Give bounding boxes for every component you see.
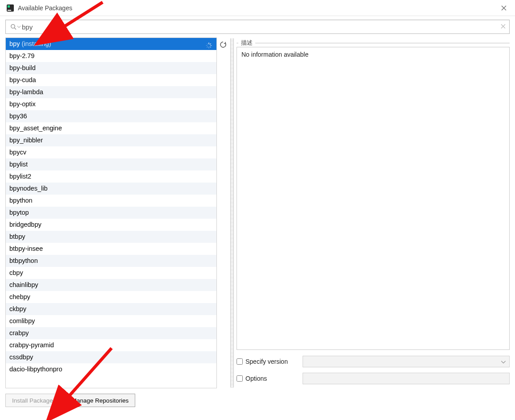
package-name: bridgedbpy — [9, 221, 42, 228]
package-name: dacio-libpythonpro — [9, 366, 62, 373]
dialog-footer: Install Package Manage Repositories — [0, 388, 515, 412]
package-item[interactable]: bpy-optix — [6, 98, 216, 110]
package-name: bpy-optix — [9, 100, 36, 108]
search-icon — [10, 24, 21, 30]
package-name: bpy-cuda — [9, 76, 36, 83]
window-close-button[interactable] — [497, 1, 511, 15]
package-item[interactable]: crabpy-pyramid — [6, 339, 216, 351]
svg-line-10 — [207, 47, 208, 48]
pane-splitter[interactable] — [230, 38, 234, 387]
package-name: comlibpy — [9, 317, 35, 324]
svg-line-8 — [210, 47, 211, 48]
package-name: crabpy-pyramid — [9, 341, 54, 349]
package-name: bpylist — [9, 161, 28, 168]
options-input[interactable] — [303, 373, 510, 384]
options-label: Options — [245, 375, 303, 382]
window-title: Available Packages — [18, 4, 72, 12]
package-name: chainlibpy — [9, 281, 38, 288]
package-item[interactable]: btbpy — [6, 231, 216, 243]
package-name: bpython — [9, 197, 33, 204]
package-name: bpy-build — [9, 64, 36, 71]
package-name: bpy-2.79 — [9, 52, 34, 59]
package-item[interactable]: dacio-libpythonpro — [6, 363, 216, 375]
package-name: cssdbpy — [9, 353, 33, 361]
package-item[interactable]: cssdbpy — [6, 351, 216, 363]
package-item[interactable]: cbpy — [6, 267, 216, 279]
package-name: bpylist2 — [9, 173, 31, 180]
manage-repositories-button[interactable]: Manage Repositories — [65, 394, 136, 407]
loading-spinner-icon — [206, 41, 212, 50]
package-item[interactable]: bpy36 — [6, 110, 216, 122]
package-name: bpycv — [9, 149, 26, 156]
package-name: btbpy — [9, 233, 25, 240]
package-name: ckbpy — [9, 305, 26, 312]
package-item[interactable]: crabpy — [6, 327, 216, 339]
package-item[interactable]: ckbpy — [6, 303, 216, 315]
package-item[interactable]: comlibpy — [6, 315, 216, 327]
package-name: crabpy — [9, 329, 29, 337]
package-status: (installing) — [20, 40, 51, 47]
clear-search-icon[interactable] — [501, 24, 506, 30]
package-name: bpy — [9, 40, 20, 47]
chevron-down-icon — [501, 358, 506, 365]
description-group: 描述 No information available — [237, 43, 510, 350]
package-item[interactable]: bpy_asset_engine — [6, 122, 216, 134]
package-item[interactable]: bpy_nibbler — [6, 134, 216, 146]
package-item[interactable]: chebpy — [6, 291, 216, 303]
refresh-button[interactable] — [218, 39, 228, 50]
svg-line-6 — [210, 44, 211, 45]
svg-line-4 — [14, 28, 16, 29]
package-name: bpy36 — [9, 112, 27, 120]
package-item[interactable]: bpy-build — [6, 62, 216, 74]
options-checkbox[interactable] — [237, 375, 243, 382]
svg-rect-2 — [8, 10, 11, 11]
package-name: cbpy — [9, 269, 23, 276]
svg-rect-1 — [8, 5, 10, 8]
package-item[interactable]: bpy-lambda — [6, 86, 216, 98]
specify-version-label: Specify version — [245, 358, 303, 365]
title-bar: Available Packages — [0, 0, 515, 16]
search-box[interactable] — [5, 20, 510, 34]
package-name: btbpython — [9, 257, 38, 264]
package-name: bpynodes_lib — [9, 185, 47, 192]
package-item[interactable]: bridgedbpy — [6, 219, 216, 231]
svg-point-3 — [11, 25, 15, 28]
package-name: chebpy — [9, 293, 30, 300]
search-input[interactable] — [22, 20, 496, 33]
specify-version-checkbox[interactable] — [237, 358, 243, 365]
svg-line-12 — [207, 44, 208, 45]
package-item[interactable]: bpython — [6, 195, 216, 207]
pycharm-icon — [6, 4, 14, 12]
package-item[interactable]: bpy (installing) — [6, 38, 216, 50]
dropdown-caret-icon — [17, 25, 21, 29]
package-item[interactable]: bpycv — [6, 146, 216, 158]
package-name: bpy_asset_engine — [9, 125, 62, 132]
package-item[interactable]: bpylist — [6, 158, 216, 170]
specify-version-combo[interactable] — [303, 356, 510, 367]
package-item[interactable]: bpylist2 — [6, 170, 216, 183]
package-name: btbpy-insee — [9, 245, 43, 252]
package-item[interactable]: bpytop — [6, 207, 216, 219]
package-item[interactable]: btbpython — [6, 255, 216, 267]
package-name: bpy_nibbler — [9, 137, 43, 144]
package-item[interactable]: bpy-2.79 — [6, 50, 216, 62]
package-item[interactable]: chainlibpy — [6, 279, 216, 291]
package-item[interactable]: bpynodes_lib — [6, 183, 216, 195]
package-name: bpytop — [9, 209, 29, 216]
description-text: No information available — [237, 47, 510, 350]
install-package-button[interactable]: Install Package — [5, 394, 60, 407]
package-name: bpy-lambda — [9, 88, 43, 96]
description-legend: 描述 — [238, 39, 255, 47]
search-row — [0, 16, 515, 37]
package-list[interactable]: bpy (installing)bpy-2.79bpy-buildbpy-cud… — [5, 37, 217, 388]
package-item[interactable]: btbpy-insee — [6, 243, 216, 255]
package-item[interactable]: bpy-cuda — [6, 74, 216, 86]
